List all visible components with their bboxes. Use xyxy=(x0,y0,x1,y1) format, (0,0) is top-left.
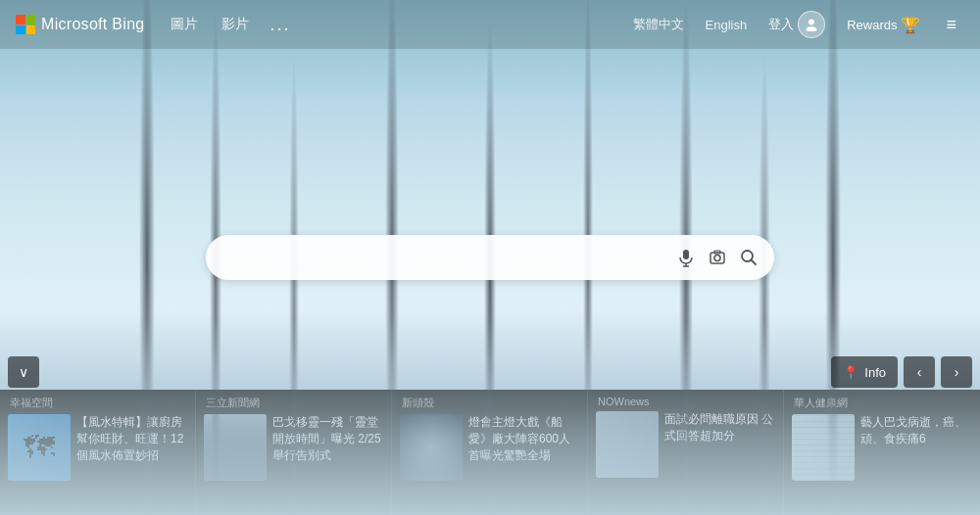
rewards-button[interactable]: Rewards 🏆 xyxy=(839,12,928,38)
location-pin-icon: 📍 xyxy=(843,365,858,380)
collapse-icon: ∨ xyxy=(19,364,28,380)
trophy-icon: 🏆 xyxy=(901,16,920,34)
camera-icon[interactable] xyxy=(708,248,727,267)
logo-sq-red xyxy=(16,15,25,24)
lang-en[interactable]: English xyxy=(698,14,756,36)
header-right: 繁體中文 English 登入 Rewards 🏆 ≡ xyxy=(625,7,964,42)
right-controls: 📍 Info ‹ › xyxy=(831,356,972,388)
svg-point-1 xyxy=(807,26,817,31)
mic-icon[interactable] xyxy=(676,248,696,267)
svg-line-9 xyxy=(752,260,757,265)
search-icon[interactable] xyxy=(739,248,759,267)
svg-point-0 xyxy=(808,20,814,25)
info-label: Info xyxy=(864,365,886,380)
frost-overlay xyxy=(0,319,980,515)
logo-sq-yellow xyxy=(26,25,36,35)
menu-button[interactable]: ≡ xyxy=(938,11,964,39)
search-container xyxy=(206,235,774,280)
logo-squares xyxy=(16,15,35,34)
logo-text: Microsoft Bing xyxy=(41,16,145,33)
search-icons xyxy=(676,248,759,267)
login-button[interactable]: 登入 xyxy=(760,7,833,42)
svg-point-6 xyxy=(714,256,720,261)
header: Microsoft Bing 圖片 影片 ... 繁體中文 English 登入… xyxy=(0,0,980,49)
next-icon: › xyxy=(955,364,959,380)
prev-icon: ‹ xyxy=(917,364,922,380)
logo-sq-blue xyxy=(16,25,25,35)
info-button[interactable]: 📍 Info xyxy=(831,356,898,388)
nav-more[interactable]: ... xyxy=(263,11,299,39)
nav-images[interactable]: 圖片 xyxy=(161,10,208,39)
user-avatar-icon xyxy=(798,11,825,38)
svg-rect-5 xyxy=(710,253,724,263)
collapse-button[interactable]: ∨ xyxy=(8,356,39,388)
logo[interactable]: Microsoft Bing xyxy=(16,15,145,34)
search-input[interactable] xyxy=(221,249,676,266)
svg-rect-2 xyxy=(683,250,689,259)
nav-videos[interactable]: 影片 xyxy=(212,10,259,39)
rewards-label: Rewards xyxy=(847,18,897,32)
prev-button[interactable]: ‹ xyxy=(904,356,935,388)
logo-sq-green xyxy=(26,15,36,24)
login-label: 登入 xyxy=(768,16,794,33)
bottom-controls: ∨ 📍 Info ‹ › xyxy=(0,356,980,388)
next-button[interactable]: › xyxy=(941,356,972,388)
lang-zh[interactable]: 繁體中文 xyxy=(625,12,692,37)
search-box xyxy=(206,235,774,280)
